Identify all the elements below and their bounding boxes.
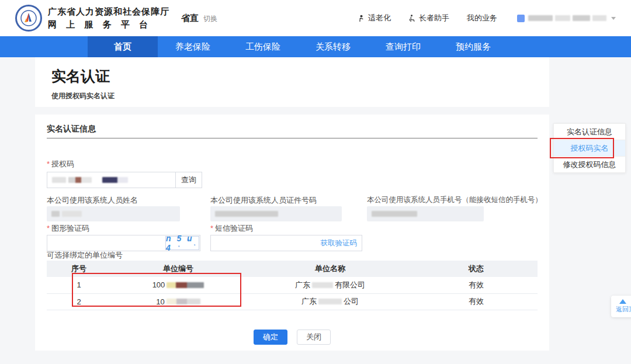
person-id-label: 本公司使用该系统人员证件号码 xyxy=(210,195,317,206)
person-name-value-redacted xyxy=(51,211,60,217)
back-to-top-button[interactable]: 返回顶部 xyxy=(611,296,631,317)
gov-logo-icon xyxy=(15,5,42,32)
section-title: 实名认证信息 xyxy=(47,124,96,134)
confirm-button[interactable]: 确定 xyxy=(254,330,287,345)
region-switcher: 省直 切换 xyxy=(181,13,217,24)
cell-unit-name: 广东公司 xyxy=(245,293,415,310)
required-asterisk: * xyxy=(210,224,213,233)
tab-relation-transfer[interactable]: 关系转移 xyxy=(298,36,368,57)
elderly-mode-icon xyxy=(358,15,365,22)
user-name-redacted xyxy=(528,15,553,21)
col-header-unit-no: 单位编号 xyxy=(111,261,245,277)
cell-unit-no: 100 xyxy=(111,277,245,293)
captcha-image[interactable]: n 5 u 4 xyxy=(165,236,199,250)
org-name-line1: 广东省人力资源和社会保障厅 xyxy=(48,6,169,18)
section-divider xyxy=(47,138,538,138)
unit-name-redacted xyxy=(318,299,342,304)
my-business-link[interactable]: 我的业务 xyxy=(467,13,497,23)
site-header: 广东省人力资源和社会保障厅 网 上 服 务 平 台 省直 切换 适老化 长者助手… xyxy=(0,0,631,36)
region-switch-link[interactable]: 切换 xyxy=(203,14,217,24)
side-item-authcode-realname[interactable]: 授权码实名 xyxy=(553,140,626,157)
auth-code-label: *授权码 xyxy=(47,159,74,169)
org-title: 广东省人力资源和社会保障厅 网 上 服 务 平 台 xyxy=(48,6,169,30)
unit-name-redacted xyxy=(312,282,333,288)
person-id-input xyxy=(210,206,342,221)
col-header-unit-name: 单位名称 xyxy=(245,261,415,277)
cell-index: 1 xyxy=(47,277,111,293)
auth-code-input[interactable] xyxy=(47,172,175,188)
user-name-redacted xyxy=(555,15,570,21)
person-name-input xyxy=(47,206,180,221)
close-button[interactable]: 关闭 xyxy=(297,330,331,345)
unit-table-header-row: 序号 单位编号 单位名称 状态 xyxy=(47,261,538,277)
cell-unit-name: 广东有限公司 xyxy=(245,277,415,293)
page-title-block: 实名认证 使用授权码实名认证 xyxy=(35,57,549,107)
auth-code-value-redacted xyxy=(68,177,92,183)
tab-appointment[interactable]: 预约服务 xyxy=(438,36,508,57)
captcha-input[interactable]: n 5 u 4 xyxy=(47,235,200,251)
elder-helper-label: 长者助手 xyxy=(419,13,449,23)
back-to-top-label: 返回顶部 xyxy=(616,305,631,314)
required-asterisk: * xyxy=(47,160,50,168)
tab-injury-insurance[interactable]: 工伤保险 xyxy=(228,36,298,57)
sms-code-label: *短信验证码 xyxy=(210,223,253,234)
person-phone-input xyxy=(367,206,484,221)
user-avatar xyxy=(517,15,525,22)
auth-code-value-redacted xyxy=(52,177,66,183)
tab-query-print[interactable]: 查询打印 xyxy=(368,36,438,57)
query-button[interactable]: 查询 xyxy=(175,172,202,188)
cell-unit-no: 10 xyxy=(111,293,245,310)
person-phone-label: 本公司使用该系统人员手机号（能接收短信的手机号） xyxy=(367,195,542,205)
arrow-up-icon xyxy=(619,299,626,304)
form-actions: 确定 关闭 xyxy=(35,330,549,345)
auth-code-value-redacted xyxy=(102,177,128,183)
wheelchair-icon xyxy=(408,15,416,22)
col-header-index: 序号 xyxy=(47,261,111,277)
chevron-down-icon xyxy=(611,17,616,20)
unit-no-redacted xyxy=(167,299,200,304)
person-id-value-redacted xyxy=(215,211,278,217)
person-name-label: 本公司使用该系统人员姓名 xyxy=(47,195,138,206)
accessibility-mode-label: 适老化 xyxy=(368,13,391,23)
my-business-label: 我的业务 xyxy=(467,13,497,23)
col-header-status: 状态 xyxy=(415,261,538,277)
org-name-line2: 网 上 服 务 平 台 xyxy=(48,19,169,30)
person-name-value-redacted xyxy=(62,211,82,217)
main-nav: 首页 养老保险 工伤保险 关系转移 查询打印 预约服务 xyxy=(0,36,631,57)
captcha-label: *图形验证码 xyxy=(47,223,89,234)
cell-status: 有效 xyxy=(415,293,538,310)
side-item-realname-info[interactable]: 实名认证信息 xyxy=(553,123,626,140)
side-anchor-menu: 实名认证信息 授权码实名 修改授权码信息 xyxy=(553,123,626,173)
sms-code-input[interactable]: 获取验证码 xyxy=(210,235,362,251)
elder-helper-link[interactable]: 长者助手 xyxy=(408,13,449,23)
table-row[interactable]: 1 100 广东有限公司 有效 xyxy=(47,277,538,293)
get-sms-code-link[interactable]: 获取验证码 xyxy=(321,238,358,248)
cell-status: 有效 xyxy=(415,277,538,293)
user-name-redacted xyxy=(592,15,606,21)
realname-form-card: 实名认证信息 *授权码 查询 本公司使用该系统人员姓名 本公司使用该系统人员证件… xyxy=(35,115,549,351)
unit-no-redacted xyxy=(167,282,204,288)
unit-table: 序号 单位编号 单位名称 状态 1 100 广东有限公司 有效 xyxy=(47,261,538,310)
user-account-menu[interactable] xyxy=(517,15,616,22)
region-label: 省直 xyxy=(181,13,199,24)
cell-index: 2 xyxy=(47,293,111,310)
page-subtitle: 使用授权码实名认证 xyxy=(51,91,549,101)
person-phone-value-redacted xyxy=(372,211,417,217)
tab-home[interactable]: 首页 xyxy=(88,36,158,57)
table-row[interactable]: 2 10 广东公司 有效 xyxy=(47,293,538,310)
user-name-redacted xyxy=(573,15,590,21)
required-asterisk: * xyxy=(47,224,50,233)
realname-auth-page: 广东省人力资源和社会保障厅 网 上 服 务 平 台 省直 切换 适老化 长者助手… xyxy=(0,0,631,364)
accessibility-mode-link[interactable]: 适老化 xyxy=(358,13,391,23)
side-item-modify-authcode[interactable]: 修改授权码信息 xyxy=(553,156,626,173)
unit-table-caption: 可选择绑定的单位编号 xyxy=(47,250,123,261)
page-title: 实名认证 xyxy=(51,67,549,86)
tab-pension-insurance[interactable]: 养老保险 xyxy=(158,36,228,57)
